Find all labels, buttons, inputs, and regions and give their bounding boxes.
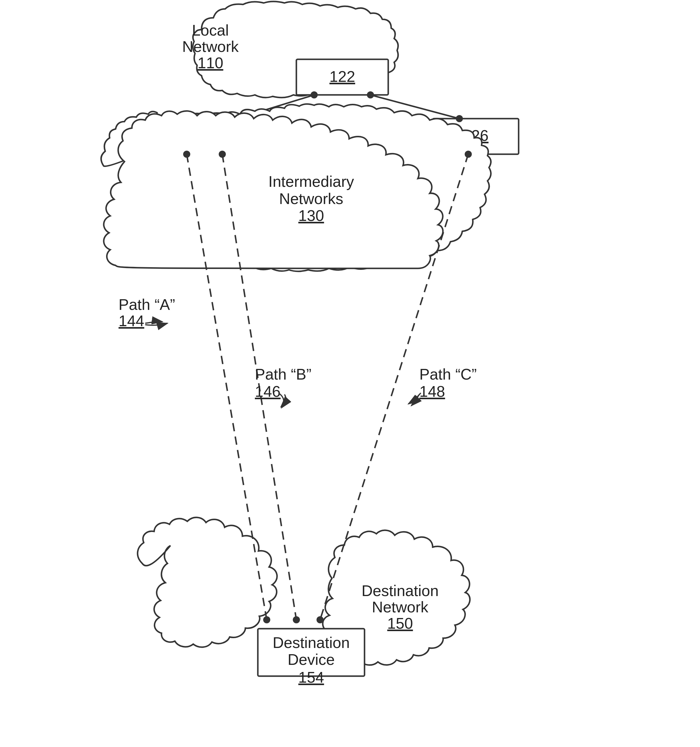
svg-point-12 (263, 616, 270, 623)
path-c-arrow (411, 395, 419, 406)
node-154-label-line1: Destination (273, 634, 350, 651)
destination-network-ref: 150 (387, 615, 413, 632)
diagram-container: Local Network 110 122 124 126 (0, 0, 700, 747)
destination-network-label2: Network (372, 599, 429, 615)
local-network-ref: 110 (198, 54, 223, 71)
svg-point-4 (311, 91, 318, 98)
svg-point-15 (293, 616, 300, 623)
path-b-ref: 146 (255, 383, 281, 400)
svg-point-18 (317, 616, 324, 623)
svg-point-7 (367, 91, 374, 98)
node-122: 122 (296, 59, 388, 95)
destination-network-label: Destination (362, 582, 439, 599)
path-b-label: Path “B” (255, 366, 311, 383)
destination-device-cloud (137, 517, 277, 647)
path-a-arrow (145, 321, 162, 323)
intermediary-network-label: Intermediary (269, 173, 354, 190)
path-c-ref: 148 (419, 383, 445, 400)
svg-point-11 (183, 151, 190, 158)
intermediary-network-label2: Networks (279, 190, 344, 207)
path-a-ref: 144 (119, 312, 144, 330)
intermediary-network-ref: 130 (299, 207, 324, 224)
svg-point-8 (456, 115, 463, 122)
node-154-label-line2: Device (288, 651, 335, 668)
svg-point-14 (219, 151, 226, 158)
node-122-label: 122 (330, 68, 355, 85)
local-network-label: Local (192, 22, 229, 39)
path-c-label: Path “C” (419, 366, 477, 383)
svg-point-17 (465, 151, 472, 158)
local-network-label2: Network (182, 38, 239, 55)
node-154-ref: 154 (299, 669, 324, 686)
path-a-label: Path “A” (119, 296, 175, 313)
node-154: Destination Device 154 (258, 629, 365, 686)
